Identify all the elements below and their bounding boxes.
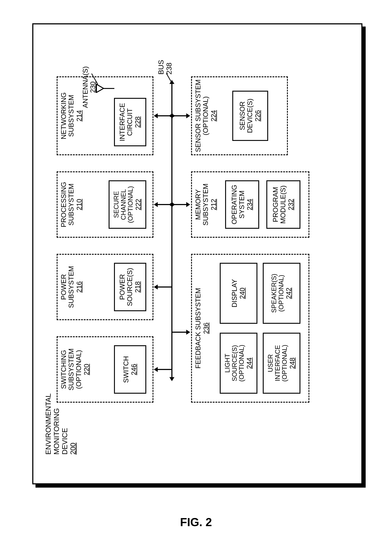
switch-ref: 246: [130, 364, 138, 375]
speaker-ref: 242: [285, 288, 293, 299]
switching-ref: 220: [83, 364, 90, 375]
power-ref: 216: [75, 281, 83, 293]
light-source-ref: 244: [246, 358, 253, 369]
sensor-label: SENSOR SUBSYSTEM (OPTIONAL): [195, 79, 210, 152]
feedback-label: FEEDBACK SUBSYSTEM: [195, 288, 202, 368]
conn-processing-arrow-up: [154, 202, 158, 207]
networking-ref: 214: [75, 110, 83, 121]
antenna-label: ANTENNA(S): [82, 66, 89, 108]
conn-memory-arrow-up-bottom: [169, 202, 173, 207]
bus-label-block: BUS 238: [157, 60, 173, 75]
display-box: DISPLAY 240: [220, 263, 257, 324]
operating-system-box: OPERATING SYSTEM 234: [225, 180, 259, 229]
power-source-label: POWER SOURCE(S): [119, 268, 134, 306]
bus-leader: [166, 73, 172, 83]
conn-switching: [157, 369, 172, 370]
power-source-box: POWER SOURCE(S) 218: [114, 263, 146, 311]
speaker-box: SPEAKER(S) (OPTIONAL) 242: [263, 263, 300, 324]
program-module-label: PROGRAM MODULE(S): [272, 185, 287, 224]
processing-label: PROCESSING SUBSYSTEM: [60, 182, 75, 227]
conn-feedback: [172, 332, 187, 333]
sensor-device-box: SENSOR DEVICE(S) 226: [232, 91, 268, 141]
display-ref: 240: [238, 288, 246, 299]
operating-system-ref: 234: [246, 199, 254, 210]
switching-label: SWITCHING SUBSYSTEM (OPTIONAL): [60, 349, 82, 391]
interface-circuit-box: INTERFACE CIRCUIT 228: [114, 98, 146, 146]
antenna-ref: 230: [89, 81, 97, 93]
bus-ref: 238: [165, 63, 173, 75]
memory-ref: 212: [210, 199, 218, 210]
bus-label: BUS: [157, 60, 165, 75]
interface-circuit-label: INTERFACE CIRCUIT: [119, 103, 134, 141]
conn-power: [157, 286, 172, 288]
display-label: DISPLAY: [231, 279, 238, 308]
antenna-icon: [96, 84, 104, 93]
page: ENVIRONMENTAL MONITORING DEVICE 200 SWIT…: [0, 0, 392, 536]
conn-switching-arrow: [154, 367, 158, 372]
sensor-ref: 224: [210, 110, 218, 121]
feedback-ref: 236: [202, 322, 210, 334]
processing-ref: 210: [75, 199, 83, 210]
speaker-label: SPEAKER(S) (OPTIONAL): [271, 274, 285, 313]
power-source-ref: 218: [134, 281, 142, 293]
bus-line: [171, 84, 173, 378]
conn-power-arrow: [154, 284, 158, 289]
antenna-feedline: [103, 88, 114, 89]
switch-label: SWITCH: [122, 356, 130, 383]
sensor-device-ref: 226: [254, 110, 262, 121]
device-ref: 200: [69, 443, 77, 455]
user-interface-box: USER INTERFACE (OPTIONAL) 248: [263, 333, 300, 394]
secure-channel-box: SECURE CHANNEL (OPTIONAL) 222: [109, 180, 146, 229]
conn-sensor: [172, 115, 187, 116]
svg-marker-0: [96, 84, 104, 93]
secure-channel-ref: 222: [135, 199, 142, 210]
figure-label: FIG. 2: [180, 516, 212, 529]
memory-label: MEMORY SUBSYSTEM: [195, 184, 210, 225]
light-source-label: LIGHT SOURCE(S) (OPTIONAL): [224, 345, 245, 382]
antenna-label-block: ANTENNA(S) 230: [82, 64, 97, 110]
switch-box: SWITCH 246: [114, 345, 146, 394]
program-module-box: PROGRAM MODULE(S) 232: [266, 180, 300, 229]
sensor-device-label: SENSOR DEVICE(S): [239, 99, 254, 133]
diagram-stage: ENVIRONMENTAL MONITORING DEVICE 200 SWIT…: [46, 50, 349, 458]
power-label: POWER SUBSYSTEM: [60, 266, 75, 308]
conn-memory: [172, 204, 187, 205]
interface-circuit-ref: 228: [134, 116, 142, 128]
conn-memory-arrow-down: [186, 202, 190, 207]
operating-system-label: OPERATING SYSTEM: [231, 185, 246, 224]
bus-arrow-left: [169, 377, 174, 381]
secure-channel-label: SECURE CHANNEL (OPTIONAL): [113, 186, 134, 223]
conn-sensor-arrow-down: [186, 113, 190, 118]
networking-label: NETWORKING SUBSYSTEM: [60, 92, 75, 139]
light-source-box: LIGHT SOURCE(S) (OPTIONAL) 244: [220, 333, 257, 394]
conn-feedback-arrow: [186, 330, 190, 335]
rotated-canvas: ENVIRONMENTAL MONITORING DEVICE 200 SWIT…: [0, 102, 392, 405]
user-interface-label: USER INTERFACE (OPTIONAL): [267, 345, 288, 382]
outer-frame: ENVIRONMENTAL MONITORING DEVICE 200 SWIT…: [32, 23, 362, 484]
program-module-ref: 232: [287, 199, 295, 210]
conn-networking-arrow-up: [154, 113, 158, 118]
user-interface-ref: 248: [289, 358, 296, 369]
conn-sensor-arrow-up-bottom: [169, 113, 173, 118]
